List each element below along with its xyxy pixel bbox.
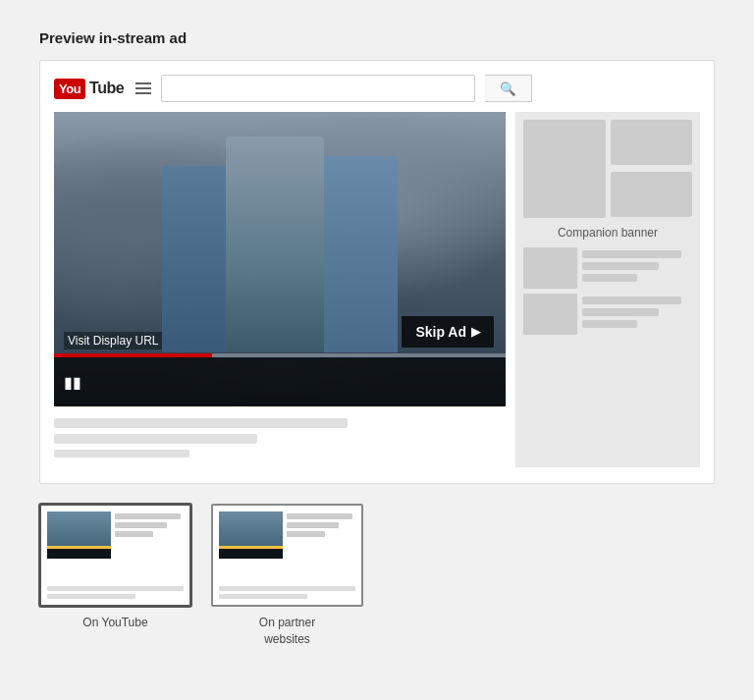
thumb-bottom-yt — [47, 586, 184, 599]
companion-grid-top — [523, 120, 692, 218]
companion-line-1b — [582, 262, 659, 270]
page-title: Preview in-stream ad — [39, 29, 715, 46]
companion-thumb-1 — [523, 247, 577, 289]
companion-row-2 — [523, 294, 692, 335]
yt-logo: You Tube — [54, 79, 124, 99]
thumbnail-label-youtube: On YouTube — [82, 615, 147, 631]
companion-section: Companion banner — [515, 112, 700, 467]
meta-line-1 — [54, 418, 348, 428]
thumb-bottom-p — [219, 586, 355, 599]
companion-line-2a — [582, 296, 681, 304]
thumb-right-lines-yt — [115, 512, 184, 582]
thumb-inner-top-p — [219, 512, 355, 582]
companion-cell-bottom-right — [611, 172, 693, 217]
pause-icon[interactable]: ▮▮ — [64, 373, 81, 392]
thumb-video-p — [219, 512, 283, 559]
thumb-bar-p — [219, 549, 283, 559]
thumb-line-yt-1 — [115, 513, 181, 519]
video-section: Visit Display URL Skip Ad ▶ ▮▮ — [54, 112, 506, 467]
yt-logo-icon: You — [54, 79, 85, 99]
video-controls-bar: ▮▮ — [54, 357, 506, 406]
thumbnails-row: On YouTube — [39, 504, 715, 648]
search-input[interactable] — [161, 75, 475, 102]
thumbnail-card-partner[interactable] — [211, 504, 363, 607]
companion-row-1 — [523, 247, 692, 289]
thumb-bline-p-1 — [219, 586, 355, 591]
skip-arrow-icon: ▶ — [471, 325, 480, 339]
thumb-inner-top-yt — [47, 512, 184, 582]
search-icon: 🔍 — [500, 81, 516, 96]
companion-line-2c — [582, 320, 637, 328]
preview-content: Visit Display URL Skip Ad ▶ ▮▮ — [54, 112, 700, 467]
hamburger-menu-icon[interactable] — [135, 82, 151, 94]
companion-line-2b — [582, 308, 659, 316]
thumb-bline-yt-2 — [47, 594, 135, 599]
skip-ad-label: Skip Ad — [415, 324, 466, 340]
companion-lines-2 — [582, 294, 692, 328]
thumb-bar-yt — [47, 549, 111, 559]
thumb-line-p-1 — [287, 513, 352, 519]
thumb-line-p-2 — [287, 522, 339, 528]
companion-banner-area: Companion banner — [515, 112, 700, 467]
visit-url-label: Visit Display URL — [64, 332, 162, 350]
companion-line-1c — [582, 274, 637, 282]
thumb-line-p-3 — [287, 531, 325, 537]
yt-logo-tube: Tube — [89, 80, 124, 97]
thumbnail-card-youtube[interactable] — [39, 504, 191, 607]
preview-box: You Tube 🔍 — [39, 60, 715, 484]
page-container: Preview in-stream ad You Tube 🔍 — [20, 20, 734, 668]
skip-ad-button[interactable]: Skip Ad ▶ — [402, 316, 494, 348]
thumb-bline-yt-1 — [47, 586, 184, 591]
meta-line-2 — [54, 434, 257, 444]
companion-banner-label: Companion banner — [523, 226, 692, 240]
yt-logo-you: You — [59, 81, 81, 96]
search-button[interactable]: 🔍 — [485, 75, 532, 102]
video-meta — [54, 414, 506, 467]
thumb-video-yt — [47, 512, 111, 559]
companion-line-1a — [582, 250, 681, 258]
meta-line-3 — [54, 450, 189, 458]
thumbnail-label-partner: On partnerwebsites — [259, 615, 315, 648]
video-player: Visit Display URL Skip Ad ▶ ▮▮ — [54, 112, 506, 406]
thumb-bline-p-2 — [219, 594, 307, 599]
figure-center — [226, 136, 324, 352]
companion-thumb-2 — [523, 294, 577, 335]
companion-cell-top-right — [611, 120, 693, 165]
figure-right — [314, 156, 398, 352]
yt-header: You Tube 🔍 — [54, 75, 700, 102]
thumb-right-lines-p — [287, 512, 355, 582]
thumb-line-yt-3 — [115, 531, 153, 537]
thumbnail-item-youtube[interactable]: On YouTube — [39, 504, 191, 648]
companion-lines-1 — [582, 247, 692, 282]
companion-cell-large — [523, 120, 606, 218]
thumb-line-yt-2 — [115, 522, 167, 528]
thumbnail-item-partner[interactable]: On partnerwebsites — [211, 504, 363, 648]
